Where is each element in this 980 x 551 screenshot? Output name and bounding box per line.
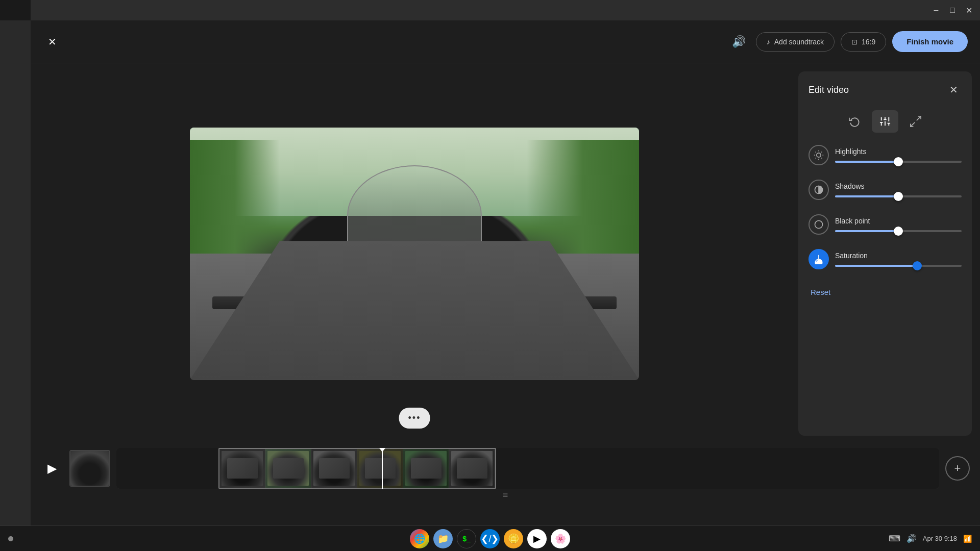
highlights-label: Highlights: [835, 147, 962, 156]
saturation-row: Saturation: [808, 249, 962, 269]
taskbar-icon-terminal[interactable]: $_: [457, 529, 476, 548]
add-soundtrack-button[interactable]: ♪ Add soundtrack: [756, 32, 835, 52]
svg-point-21: [815, 221, 823, 229]
thumbnail-content: [70, 451, 109, 486]
timeline-resize-handle[interactable]: ≡: [31, 489, 980, 501]
frame-1: [219, 449, 265, 488]
taskbar-datetime: Apr 30 9:18: [923, 535, 957, 542]
more-button-container: •••: [399, 408, 430, 429]
wifi-icon: 📶: [963, 535, 972, 543]
taskbar-right: ⌨ 🔊 Apr 30 9:18 📶: [889, 534, 972, 543]
frame-5: [403, 449, 449, 488]
shadows-row: Shadows: [808, 180, 962, 200]
taskbar-icon-vscode[interactable]: ❮/❯: [480, 529, 500, 548]
sliders-section: Highlights: [798, 141, 972, 436]
taskbar-icon-chrome[interactable]: 🌐: [410, 529, 429, 548]
frame-4: [357, 449, 403, 488]
window-close-button[interactable]: ✕: [962, 3, 976, 17]
timeline-area: ▶: [31, 444, 980, 525]
timeline-strip[interactable]: [116, 448, 939, 489]
road: [190, 254, 639, 380]
svg-line-14: [816, 152, 816, 153]
timeline-playhead[interactable]: [382, 448, 383, 489]
aspect-label: 16:9: [862, 38, 875, 46]
taskbar-icon-photos[interactable]: 🌸: [551, 529, 570, 548]
svg-point-11: [817, 153, 821, 157]
crop-tab[interactable]: [902, 110, 929, 133]
play-button[interactable]: ▶: [41, 457, 63, 480]
more-options-button[interactable]: •••: [399, 408, 430, 429]
frame-2: [265, 449, 311, 488]
highlights-track[interactable]: [835, 161, 962, 163]
reset-button[interactable]: Reset: [808, 284, 832, 300]
highlights-slider-container: Highlights: [835, 147, 962, 163]
volume-button[interactable]: 🔊: [728, 31, 750, 53]
shadows-fill: [835, 195, 898, 197]
panel-close-button[interactable]: ✕: [945, 82, 962, 98]
taskbar-icon-files[interactable]: 📁: [433, 529, 453, 548]
keyboard-icon: ⌨: [889, 534, 900, 543]
video-frame: [190, 128, 639, 380]
aspect-ratio-button[interactable]: ⊡ 16:9: [841, 32, 886, 52]
saturation-fill: [835, 265, 917, 267]
black-point-fill: [835, 230, 898, 232]
audio-icon: 🔊: [906, 534, 917, 543]
minimize-button[interactable]: –: [929, 3, 943, 17]
side-icons-panel: [0, 20, 31, 525]
saturation-label: Saturation: [835, 252, 962, 260]
thumbnail-clip[interactable]: [69, 450, 110, 487]
add-clip-button[interactable]: +: [945, 456, 970, 481]
black-point-thumb[interactable]: [894, 227, 903, 236]
play-store-icon: ▶: [533, 533, 541, 544]
shadows-track[interactable]: [835, 195, 962, 197]
left-gauge-needle: [342, 296, 355, 317]
highlights-thumb[interactable]: [894, 157, 903, 166]
black-point-label: Black point: [835, 217, 962, 225]
finish-movie-button[interactable]: Finish movie: [892, 31, 968, 52]
video-clip-strip: [218, 448, 496, 489]
taskbar-icon-coins[interactable]: 🪙: [504, 529, 523, 548]
svg-line-9: [917, 116, 921, 120]
saturation-icon: [808, 249, 829, 269]
black-point-track[interactable]: [835, 230, 962, 232]
shadows-thumb[interactable]: [894, 192, 903, 201]
timeline-row: ▶: [31, 448, 980, 489]
maximize-button[interactable]: □: [945, 3, 960, 17]
panel-title: Edit video: [808, 85, 849, 95]
road-line-2: [419, 279, 428, 355]
svg-line-15: [821, 158, 822, 158]
soundtrack-label: Add soundtrack: [774, 38, 824, 46]
empty-timeline-right: [496, 448, 939, 489]
music-icon: ♪: [767, 38, 770, 46]
dashboard: [280, 271, 549, 367]
panel-tabs: [798, 106, 972, 141]
highlights-icon: [808, 145, 829, 165]
edit-video-panel: Edit video ✕: [798, 71, 972, 436]
taskbar: 🌐 📁 $_ ❮/❯ 🪙 ▶ 🌸 ⌨ 🔊 Apr 30 9:18 📶: [0, 525, 980, 551]
saturation-slider-container: Saturation: [835, 252, 962, 267]
video-area: •••: [31, 63, 798, 444]
aspect-icon: ⊡: [851, 38, 857, 46]
left-gauge: [312, 281, 398, 353]
taskbar-left: [8, 536, 13, 541]
app-container: ✕ 🔊 ♪ Add soundtrack ⊡ 16:9 Finish movie: [31, 20, 980, 525]
right-gauge-needle: [473, 293, 480, 317]
coins-icon: 🪙: [508, 533, 519, 544]
svg-line-18: [816, 158, 816, 158]
app-close-button[interactable]: ✕: [43, 33, 61, 51]
taskbar-icon-play-store[interactable]: ▶: [527, 529, 547, 548]
vscode-icon: ❮/❯: [481, 533, 499, 544]
chrome-icon: 🌐: [414, 533, 425, 544]
photos-icon: 🌸: [555, 533, 566, 544]
panel-header: Edit video ✕: [798, 71, 972, 106]
rotate-tab[interactable]: [841, 110, 868, 133]
adjustments-tab[interactable]: [872, 110, 898, 133]
taskbar-status-dot: [8, 536, 13, 541]
highlights-fill: [835, 161, 898, 163]
terminal-icon: $_: [462, 535, 471, 543]
road-line-1: [405, 279, 414, 355]
frame-6: [449, 449, 495, 488]
saturation-track[interactable]: [835, 265, 962, 267]
saturation-thumb[interactable]: [913, 261, 922, 270]
svg-line-19: [821, 152, 822, 153]
